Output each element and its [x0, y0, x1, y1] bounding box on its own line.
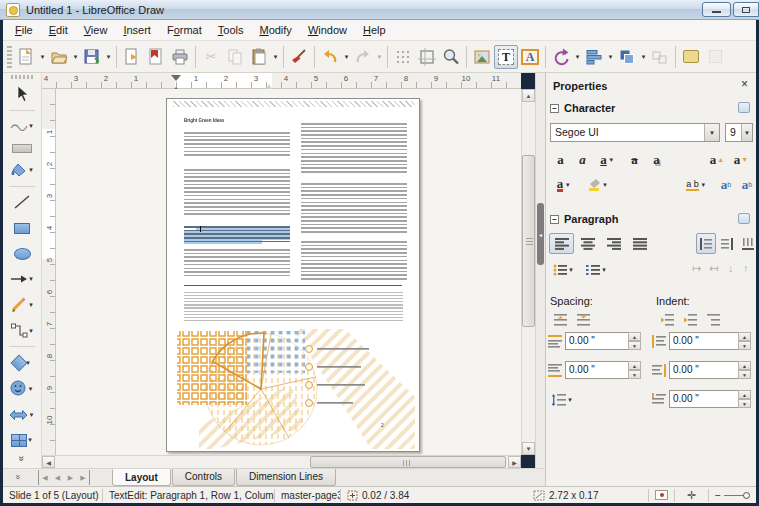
- ellipse-tool[interactable]: [5, 241, 39, 267]
- align-center-button[interactable]: [575, 233, 600, 254]
- indent-before-spinbox[interactable]: 0.00 "▲▼: [669, 332, 751, 350]
- char-spacing-dropdown-arrow[interactable]: ▾: [699, 181, 708, 189]
- collapse-icon[interactable]: −: [550, 215, 559, 224]
- save-button[interactable]: [80, 45, 104, 69]
- flowchart-dropdown-arrow[interactable]: ▾: [27, 436, 34, 444]
- document-page[interactable]: Bright Green Ideas: [166, 98, 420, 452]
- zoom-out-icon[interactable]: −: [715, 490, 721, 501]
- menu-item[interactable]: Format: [159, 22, 210, 38]
- select-tool[interactable]: [5, 81, 39, 107]
- horizontal-ruler[interactable]: 4321 1234567891011: [42, 73, 521, 89]
- toolbar-grip[interactable]: [11, 75, 33, 79]
- font-color-dropdown-arrow[interactable]: ▾: [563, 181, 572, 189]
- more-tools-chevron[interactable]: »: [17, 456, 28, 462]
- spacing-below-value[interactable]: 0.00 ": [565, 361, 628, 379]
- indent-before-value[interactable]: 0.00 ": [669, 332, 738, 350]
- spin-down[interactable]: ▼: [738, 341, 751, 350]
- font-name-value[interactable]: Segoe UI: [551, 124, 704, 141]
- helplines-button[interactable]: [415, 45, 439, 69]
- spin-down[interactable]: ▼: [628, 341, 641, 350]
- superscript-button[interactable]: ab: [716, 174, 736, 195]
- curve-tool[interactable]: ▾: [5, 292, 39, 318]
- align-dropdown-arrow[interactable]: ▾: [606, 53, 615, 61]
- connector-dropdown-arrow[interactable]: ▾: [28, 327, 35, 335]
- open-button[interactable]: [47, 45, 71, 69]
- vertical-ruler[interactable]: 12345678910: [42, 89, 56, 455]
- insert-line-tool[interactable]: [5, 190, 39, 216]
- increase-indent-button[interactable]: [656, 311, 678, 329]
- sidebar-splitter-handle[interactable]: ◂: [537, 203, 544, 265]
- bullet-list-button[interactable]: ▾: [549, 259, 579, 280]
- indent-first-line-spinbox[interactable]: 0.00 "▲▼: [669, 390, 751, 408]
- font-size-combobox[interactable]: 9 ▼: [725, 123, 753, 142]
- text-direction-ltr-button[interactable]: [696, 233, 716, 254]
- decrease-spacing-button[interactable]: [572, 311, 594, 329]
- line-style-tool[interactable]: ▾: [5, 114, 39, 140]
- zoom-slider-knob[interactable]: [743, 492, 750, 499]
- menu-item[interactable]: Window: [300, 22, 355, 38]
- indent-after-value[interactable]: 0.00 ": [669, 361, 738, 379]
- menu-item[interactable]: File: [7, 22, 41, 38]
- strikethrough-button[interactable]: a: [624, 149, 645, 170]
- curve-dropdown-arrow[interactable]: ▾: [28, 301, 35, 309]
- save-dropdown-arrow[interactable]: ▾: [104, 53, 113, 61]
- collapse-icon[interactable]: −: [550, 104, 559, 113]
- print-button[interactable]: [168, 45, 192, 69]
- align-justified-button[interactable]: [627, 233, 652, 254]
- insert-textbox-button[interactable]: T: [494, 45, 518, 69]
- open-dropdown-arrow[interactable]: ▾: [71, 53, 80, 61]
- toolbar-overflow-chevron[interactable]: »: [13, 474, 23, 479]
- text-direction-vertical-button[interactable]: [738, 233, 757, 254]
- font-size-value[interactable]: 9: [726, 124, 741, 141]
- scroll-down-button[interactable]: ▼: [522, 442, 535, 455]
- undo-button[interactable]: [318, 45, 342, 69]
- bullet-list-dropdown-arrow[interactable]: ▾: [567, 266, 576, 274]
- block-arrows-tool[interactable]: ▾: [5, 402, 39, 428]
- fill-dropdown-arrow[interactable]: ▾: [28, 166, 35, 174]
- numbered-list-dropdown-arrow[interactable]: ▾: [600, 266, 609, 274]
- menu-item[interactable]: Insert: [115, 22, 159, 38]
- spin-up[interactable]: ▲: [738, 390, 751, 399]
- flowchart-tool[interactable]: ▾: [5, 427, 39, 453]
- line-spacing-button[interactable]: ▾: [548, 389, 578, 410]
- align-objects-button[interactable]: [582, 45, 606, 69]
- section-header-paragraph[interactable]: − Paragraph: [550, 213, 618, 225]
- spacing-above-value[interactable]: 0.00 ": [565, 332, 628, 350]
- underline-dropdown-arrow[interactable]: ▾: [607, 156, 616, 164]
- symbol-shapes-tool[interactable]: ▾: [5, 376, 39, 402]
- spin-up[interactable]: ▲: [628, 361, 641, 370]
- numbered-list-button[interactable]: ▾: [582, 259, 612, 280]
- hanging-indent-button[interactable]: [702, 311, 724, 329]
- layer-tab[interactable]: Dimension Lines: [236, 469, 336, 486]
- underline-button[interactable]: a▾: [594, 149, 622, 170]
- last-layer-button[interactable]: ▶: [77, 470, 90, 485]
- menu-item[interactable]: View: [76, 22, 116, 38]
- grow-font-button[interactable]: a▲: [706, 149, 728, 170]
- font-name-dropdown[interactable]: ▼: [704, 124, 719, 141]
- font-color-button[interactable]: a▾: [550, 174, 579, 195]
- line-width-preview[interactable]: [5, 139, 39, 157]
- export-button[interactable]: [120, 45, 144, 69]
- new-document-button[interactable]: [14, 45, 38, 69]
- lines-arrows-tool[interactable]: ▾: [5, 267, 39, 293]
- highlight-color-button[interactable]: ▾: [584, 174, 613, 195]
- text-direction-rtl-button[interactable]: [717, 233, 737, 254]
- title-bar[interactable]: Untitled 1 - LibreOffice Draw: [0, 0, 759, 20]
- drawing-canvas[interactable]: Bright Green Ideas: [56, 89, 521, 455]
- align-right-button[interactable]: [601, 233, 626, 254]
- first-layer-button[interactable]: ◀: [38, 470, 51, 485]
- zoom-control[interactable]: −: [709, 489, 752, 502]
- close-panel-icon[interactable]: ×: [741, 77, 748, 91]
- scroll-left-button[interactable]: ◀: [42, 456, 55, 468]
- bold-button[interactable]: a: [550, 149, 571, 170]
- menu-item[interactable]: Modify: [251, 22, 299, 38]
- undo-dropdown-arrow[interactable]: ▾: [342, 53, 351, 61]
- export-pdf-button[interactable]: [144, 45, 168, 69]
- indent-first-line-value[interactable]: 0.00 ": [669, 390, 738, 408]
- block-arrows-dropdown-arrow[interactable]: ▾: [28, 411, 35, 419]
- indent-after-spinbox[interactable]: 0.00 "▲▼: [669, 361, 751, 379]
- maximize-button[interactable]: [733, 2, 759, 17]
- menu-item[interactable]: Tools: [210, 22, 252, 38]
- spacing-below-spinbox[interactable]: 0.00 "▲▼: [565, 361, 641, 379]
- shadow-button[interactable]: [679, 45, 703, 69]
